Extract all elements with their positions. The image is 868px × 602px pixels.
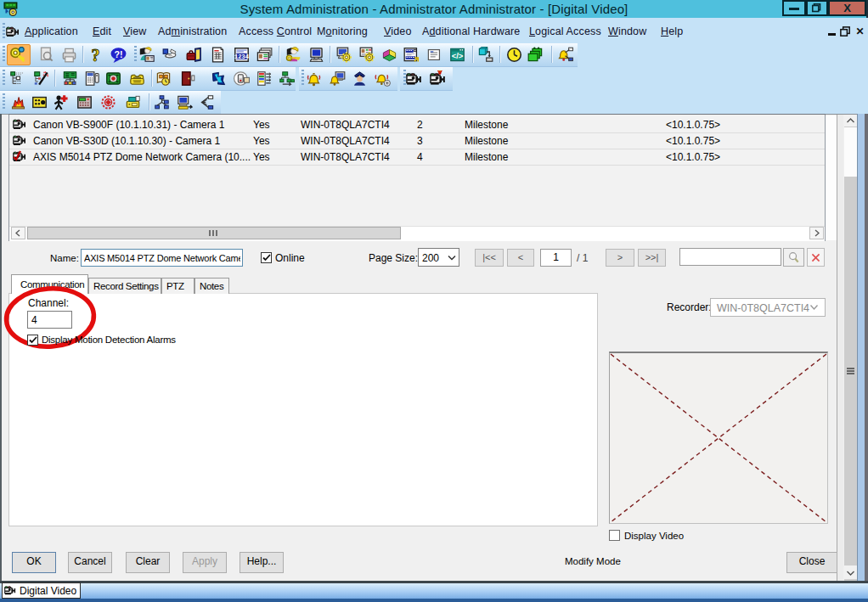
svg-text:?: ? [91,47,99,63]
svg-text:</>: </> [452,51,464,60]
svg-text:1234: 1234 [234,53,250,60]
svg-text:?!: ?! [114,49,122,59]
